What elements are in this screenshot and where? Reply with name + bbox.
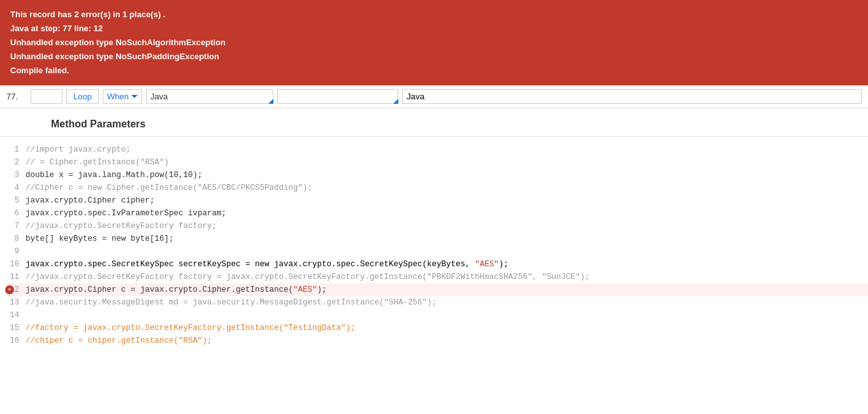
line-content: //java.security.MessageDigest md = java.… <box>25 296 868 309</box>
line-content: javax.crypto.spec.SecretKeySpec secretKe… <box>25 258 868 271</box>
code-line-6: 6javax.crypto.spec.IvParameterSpec ivpar… <box>6 207 868 220</box>
when-label: When <box>107 92 129 101</box>
line-number: 8 <box>6 233 25 245</box>
code-editor[interactable]: 1//import javax.crypto;2// = Cipher.getI… <box>0 137 868 353</box>
code-line-1: 1//import javax.crypto; <box>6 143 868 156</box>
line-content: javax.crypto.spec.IvParameterSpec ivpara… <box>25 207 868 220</box>
line-number: 9 <box>6 246 25 258</box>
loop-button[interactable]: Loop <box>66 89 99 104</box>
line-number: 13 <box>6 297 25 309</box>
line-number: 15 <box>6 322 25 334</box>
chevron-down-icon <box>131 95 138 98</box>
java-input-left-wrapper <box>146 89 273 104</box>
when-button[interactable]: When <box>103 89 142 104</box>
error-line3: Unhandled exception type NoSuchAlgorithm… <box>10 36 858 50</box>
line-content: //javax.crypto.SecretKeyFactory factory … <box>25 271 868 283</box>
line-number: 10 <box>6 259 25 271</box>
line-content: //Cipher c = new Cipher.getInstance("AES… <box>25 182 868 194</box>
row-checkbox-input[interactable] <box>31 89 62 104</box>
line-content: //javax.crypto.SecretKeyFactory factory; <box>25 220 868 232</box>
code-line-14: 14 <box>6 309 868 322</box>
code-line-8: 8byte[] keyBytes = new byte[16]; <box>6 232 868 245</box>
line-number: 6 <box>6 208 25 220</box>
line-content: //import javax.crypto; <box>25 143 868 156</box>
error-line5: Compile failed. <box>10 64 858 78</box>
code-line-12: 12✕javax.crypto.Cipher c = javax.crypto.… <box>6 283 868 296</box>
line-number: 3 <box>6 169 25 182</box>
code-line-10: 10javax.crypto.spec.SecretKeySpec secret… <box>6 258 868 271</box>
row-number: 77. <box>6 92 27 101</box>
code-line-11: 11//javax.crypto.SecretKeyFactory factor… <box>6 271 868 283</box>
method-params-section: Method Parameters <box>0 108 868 137</box>
line-number: 5 <box>6 195 25 207</box>
code-line-15: 15//factory = javax.crypto.SecretKeyFact… <box>6 322 868 334</box>
code-line-7: 7//javax.crypto.SecretKeyFactory factory… <box>6 220 868 232</box>
line-number: 16 <box>6 335 25 347</box>
corner-marker-left <box>268 99 273 104</box>
error-line4: Unhandled exception type NoSuchPaddingEx… <box>10 50 858 64</box>
code-line-3: 3double x = java.lang.Math.pow(10,10); <box>6 169 868 182</box>
code-line-2: 2// = Cipher.getInstance("RSA") <box>6 156 868 169</box>
line-number: 14 <box>6 310 25 322</box>
line-content: //chiper c = chiper.getInstance("RSA"); <box>25 334 868 347</box>
code-line-4: 4//Cipher c = new Cipher.getInstance("AE… <box>6 182 868 194</box>
line-content: javax.crypto.Cipher cipher; <box>25 194 868 207</box>
java-input-right[interactable] <box>402 89 862 104</box>
line-number: 2 <box>6 157 25 169</box>
method-params-title: Method Parameters <box>51 118 817 130</box>
code-line-13: 13//java.security.MessageDigest md = jav… <box>6 296 868 309</box>
java-input-left[interactable] <box>146 89 273 104</box>
line-number: 11 <box>6 271 25 283</box>
line-content: double x = java.lang.Math.pow(10,10); <box>25 169 868 182</box>
error-line1: This record has 2 error(s) in 1 place(s)… <box>10 8 858 22</box>
code-line-16: 16//chiper c = chiper.getInstance("RSA")… <box>6 334 868 347</box>
error-line2: Java at step: 77 line: 12 <box>10 22 858 36</box>
middle-input[interactable] <box>277 89 398 104</box>
line-content: // = Cipher.getInstance("RSA") <box>25 156 868 169</box>
corner-marker-mid <box>393 99 398 104</box>
code-line-9: 9 <box>6 245 868 258</box>
line-content: javax.crypto.Cipher c = javax.crypto.Cip… <box>25 283 868 296</box>
error-banner: This record has 2 error(s) in 1 place(s)… <box>0 0 868 85</box>
line-number: 1 <box>6 144 25 156</box>
line-content: //factory = javax.crypto.SecretKeyFactor… <box>25 322 868 334</box>
line-number: 4 <box>6 182 25 194</box>
line-number: 7 <box>6 220 25 232</box>
middle-input-wrapper <box>277 89 398 104</box>
code-line-5: 5javax.crypto.Cipher cipher; <box>6 194 868 207</box>
toolbar-row-77: 77. Loop When <box>0 85 868 108</box>
line-content: byte[] keyBytes = new byte[16]; <box>25 232 868 245</box>
